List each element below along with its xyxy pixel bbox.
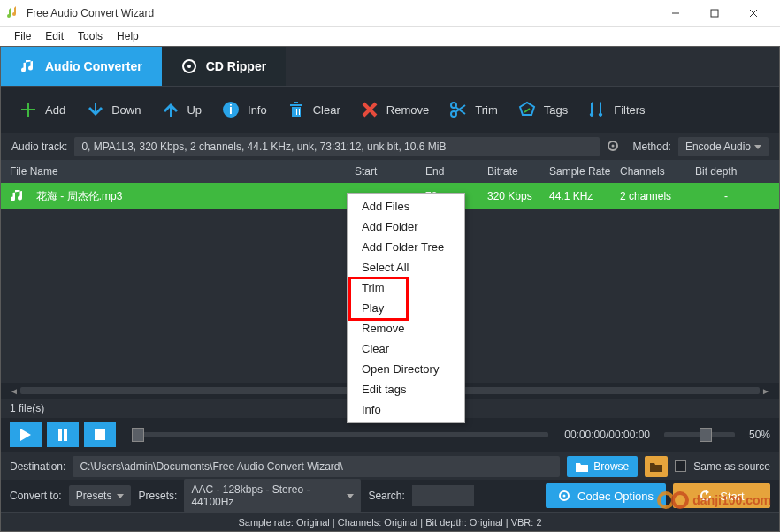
col-end[interactable]: End (425, 165, 487, 178)
pause-button[interactable] (47, 422, 79, 447)
arrow-down-icon (85, 100, 104, 119)
tbtn-label: Trim (475, 103, 498, 117)
col-file-name[interactable]: File Name (10, 165, 355, 178)
tags-button[interactable]: Tags (517, 100, 568, 119)
tbtn-label: Info (248, 103, 267, 117)
svg-text:i: i (229, 103, 233, 117)
window-title: Free Audio Convert Wizard (27, 7, 656, 19)
menu-edit[interactable]: Edit (38, 28, 71, 44)
audio-track-dropdown[interactable]: 0, MPA1L3, 320 Kbps, 2 channels, 44.1 KH… (74, 137, 599, 156)
app-logo-icon (7, 6, 21, 20)
dd-value: Presets (76, 490, 112, 502)
volume-thumb[interactable] (700, 428, 712, 442)
cell-channels: 2 channels (620, 190, 695, 202)
seek-thumb[interactable] (132, 428, 144, 442)
seek-slider[interactable] (132, 432, 548, 437)
open-folder-button[interactable] (645, 456, 668, 477)
cell-bitrate: 320 Kbps (487, 190, 549, 202)
menubar: File Edit Tools Help (0, 27, 780, 46)
table-header: File Name Start End Bitrate Sample Rate … (1, 160, 779, 183)
up-button[interactable]: Up (160, 100, 202, 119)
tbtn-label: Filters (614, 103, 645, 117)
minimize-button[interactable] (656, 1, 695, 26)
close-button[interactable] (734, 1, 773, 26)
preset-dropdown[interactable]: AAC - 128kbps - Stereo - 44100Hz (184, 479, 361, 513)
tab-label: CD Ripper (206, 59, 266, 73)
menu-tools[interactable]: Tools (71, 28, 110, 44)
method-dropdown[interactable]: Encode Audio (678, 137, 769, 156)
ctx-add-folder-tree[interactable]: Add Folder Tree (348, 237, 464, 257)
ctx-remove[interactable]: Remove (348, 318, 464, 338)
convert-to-dropdown[interactable]: Presets (69, 485, 132, 506)
destination-path[interactable]: C:\Users\admin\Documents\Free Audio Conv… (73, 456, 560, 477)
ctx-play[interactable]: Play (348, 298, 464, 318)
ctx-open-directory[interactable]: Open Directory (348, 359, 464, 379)
col-bitrate[interactable]: Bitrate (487, 165, 549, 178)
tbtn-label: Remove (386, 103, 429, 117)
trim-button[interactable]: Trim (448, 100, 498, 119)
clear-button[interactable]: Clear (287, 100, 340, 119)
svg-point-16 (563, 495, 566, 498)
col-start[interactable]: Start (355, 165, 425, 178)
svg-point-11 (611, 144, 614, 147)
codec-options-button[interactable]: Codec Options (546, 483, 666, 508)
dd-value: AAC - 128kbps - Stereo - 44100Hz (191, 483, 341, 508)
filters-icon (587, 100, 607, 119)
cell-name: 花海 - 周杰伦.mp3 (36, 189, 355, 204)
cd-icon (181, 58, 197, 74)
time-display: 00:00:00/00:00:00 (564, 429, 650, 441)
destination-label: Destination: (10, 460, 65, 473)
tag-icon (517, 100, 537, 119)
col-bit-depth[interactable]: Bit depth (695, 165, 757, 178)
gear-icon[interactable] (607, 140, 619, 155)
search-input[interactable] (412, 485, 474, 506)
audio-track-value: 0, MPA1L3, 320 Kbps, 2 channels, 44.1 KH… (81, 141, 446, 153)
method-label: Method: (633, 141, 671, 153)
ctx-select-all[interactable]: Select All (348, 257, 464, 277)
tab-audio-converter[interactable]: Audio Converter (1, 47, 162, 86)
svg-rect-13 (64, 429, 67, 441)
convert-row: Convert to: Presets Presets: AAC - 128kb… (1, 480, 779, 512)
svg-point-5 (187, 65, 191, 68)
stop-button[interactable] (84, 422, 116, 447)
gear-icon (558, 490, 570, 502)
search-label: Search: (368, 490, 404, 502)
presets-label: Presets: (138, 490, 177, 502)
ctx-add-files[interactable]: Add Files (348, 196, 464, 217)
filters-button[interactable]: Filters (587, 100, 645, 119)
scroll-right-icon[interactable]: ► (760, 386, 772, 396)
info-button[interactable]: iInfo (221, 100, 267, 119)
ctx-trim[interactable]: Trim (348, 277, 464, 298)
ctx-info[interactable]: Info (348, 399, 464, 420)
plus-icon (19, 100, 38, 119)
x-icon (360, 100, 379, 119)
tab-label: Audio Converter (45, 59, 142, 73)
ctx-edit-tags[interactable]: Edit tags (348, 379, 464, 399)
arrow-up-icon (160, 100, 180, 119)
maximize-button[interactable] (695, 1, 734, 26)
start-button[interactable]: Start (673, 483, 770, 508)
menu-help[interactable]: Help (110, 28, 146, 44)
folder-icon (576, 461, 588, 472)
browse-button[interactable]: Browse (567, 456, 638, 477)
tab-cd-ripper[interactable]: CD Ripper (162, 47, 286, 86)
music-note-icon (20, 58, 36, 74)
context-menu: Add Files Add Folder Add Folder Tree Sel… (347, 193, 465, 423)
tab-strip: Audio Converter CD Ripper (1, 47, 779, 86)
same-as-source-label: Same as source (693, 460, 770, 473)
down-button[interactable]: Down (85, 100, 141, 119)
ctx-clear[interactable]: Clear (348, 338, 464, 359)
remove-button[interactable]: Remove (360, 100, 429, 119)
scroll-left-icon[interactable]: ◄ (8, 386, 20, 396)
tbtn-label: Down (111, 103, 141, 117)
col-sample-rate[interactable]: Sample Rate (549, 165, 620, 178)
music-file-icon (10, 188, 26, 204)
play-button[interactable] (10, 422, 42, 447)
add-button[interactable]: Add (19, 100, 65, 119)
menu-file[interactable]: File (7, 28, 38, 44)
ctx-add-folder[interactable]: Add Folder (348, 217, 464, 237)
volume-slider[interactable] (664, 432, 735, 437)
chevron-down-icon (347, 494, 354, 498)
col-channels[interactable]: Channels (620, 165, 695, 178)
same-as-source-checkbox[interactable] (675, 460, 686, 472)
